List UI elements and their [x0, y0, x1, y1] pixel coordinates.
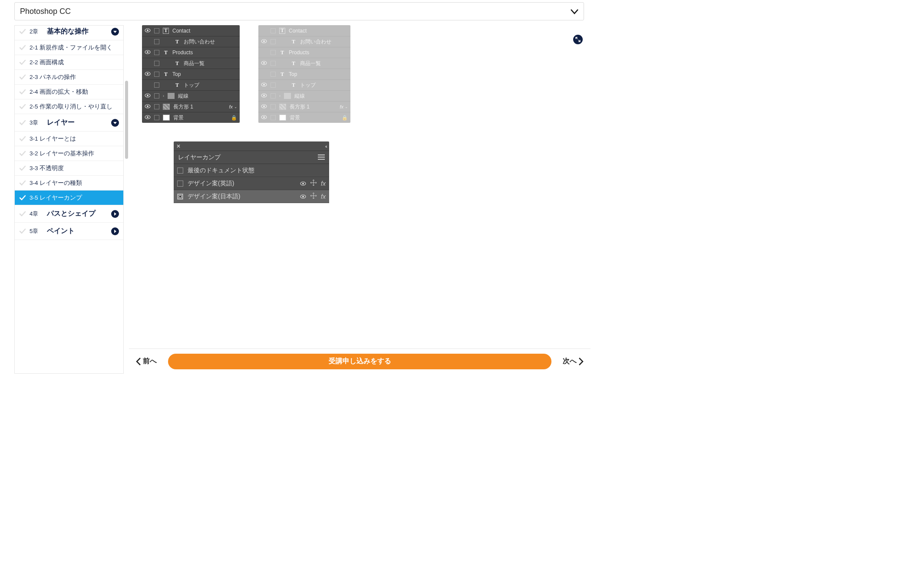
lesson-item[interactable]: 3-1 レイヤーとは [15, 131, 123, 146]
check-icon [19, 180, 26, 187]
layer-row: Tお問い合わせ [258, 36, 350, 47]
chapter-toggle-icon[interactable] [111, 119, 119, 127]
fx-icon: fx [321, 180, 326, 187]
text-layer-icon: T [290, 39, 297, 45]
comp-label: 最後のドキュメント状態 [188, 167, 254, 174]
folder-icon [284, 93, 291, 99]
next-button[interactable]: 次へ [560, 357, 586, 366]
layer-row: Tトップ [142, 79, 240, 90]
chapter-title: レイヤー [47, 118, 75, 127]
layer-row: Tトップ [258, 79, 350, 90]
comp-label: デザイン案(日本語) [188, 193, 240, 200]
prev-button[interactable]: 前へ [133, 357, 159, 366]
visibility-icon [300, 193, 306, 200]
check-icon [19, 28, 26, 35]
photoshop-layers-panel-a: TContactTお問い合わせTProductsT商品一覧TTopTトップ›縦線… [142, 25, 240, 123]
chapter-header[interactable]: 3章レイヤー [15, 114, 123, 131]
layer-name: お問い合わせ [300, 38, 331, 46]
comp-panel-title: レイヤーカンプ [178, 154, 221, 161]
lock-icon: 🔒 [342, 115, 348, 121]
layer-row: TContact [142, 25, 240, 36]
next-label: 次へ [563, 357, 577, 366]
lesson-item[interactable]: 2-4 画面の拡大・移動 [15, 85, 123, 99]
fullscreen-button[interactable] [573, 35, 583, 44]
lesson-item[interactable]: 2-3 パネルの操作 [15, 70, 123, 85]
layer-comp-row: 最後のドキュメント状態 [174, 164, 329, 177]
layer-select-box [154, 39, 159, 44]
lesson-item[interactable]: 2-1 新規作成・ファイルを開く [15, 40, 123, 55]
chapter-toggle-icon[interactable] [111, 227, 119, 235]
chapter-title: 基本的な操作 [47, 27, 89, 36]
visibility-icon [261, 104, 267, 110]
check-icon [19, 150, 26, 157]
visibility-icon [261, 39, 267, 45]
svg-point-13 [263, 40, 265, 42]
layer-name: 商品一覧 [300, 60, 321, 67]
lesson-label: 2-4 画面の拡大・移動 [30, 88, 88, 96]
svg-point-23 [263, 116, 265, 118]
lesson-item[interactable]: 3-4 レイヤーの種類 [15, 176, 123, 191]
move-icon [310, 193, 317, 200]
visibility-icon [145, 71, 151, 77]
chapter-toggle-icon[interactable] [111, 210, 119, 218]
layer-name: Contact [289, 28, 307, 34]
check-icon [19, 228, 26, 235]
comp-icons: fx [300, 180, 326, 187]
visibility-icon [261, 60, 267, 66]
chapter-number: 3章 [30, 119, 38, 127]
chapter-header[interactable]: 5章ペイント [15, 223, 123, 240]
svg-point-5 [147, 73, 148, 75]
layer-row: T商品一覧 [142, 58, 240, 69]
lesson-label: 3-2 レイヤーの基本操作 [30, 150, 94, 158]
chapter-number: 5章 [30, 227, 38, 235]
layer-row: ›縦線 [258, 90, 350, 101]
layer-select-box [271, 115, 276, 120]
layer-row: Tお問い合わせ [142, 36, 240, 47]
photoshop-layers-panel-b: TContactTお問い合わせTProductsT商品一覧TTopTトップ›縦線… [258, 25, 350, 123]
chapter-header[interactable]: 4章パスとシェイプ [15, 205, 123, 223]
lesson-item[interactable]: 3-5 レイヤーカンプ [15, 191, 123, 205]
text-layer-icon: T [279, 71, 285, 77]
scrollbar-thumb[interactable] [125, 81, 128, 159]
layer-select-box [271, 82, 276, 88]
lesson-label: 3-1 レイヤーとは [30, 135, 76, 143]
background-layer-icon [163, 115, 170, 121]
photoshop-layer-comps-panel: ✕ ‹‹ レイヤーカンプ 最後のドキュメント状態デザイン案(英語)fxデザイン案… [174, 141, 329, 203]
svg-point-9 [147, 105, 148, 107]
layer-row: 長方形 1fx⌄ [142, 101, 240, 112]
layer-name: トップ [184, 82, 199, 89]
course-dropdown[interactable]: Photoshop CC [14, 2, 584, 20]
check-icon [19, 210, 26, 217]
layer-select-box [271, 93, 276, 99]
enroll-button[interactable]: 受講申し込みをする [168, 354, 551, 369]
layer-select-box [154, 72, 159, 77]
layer-select-box [271, 72, 276, 77]
lesson-label: 3-3 不透明度 [30, 164, 64, 172]
chapter-toggle-icon[interactable] [111, 28, 119, 36]
sidebar-scrollbar[interactable] [125, 25, 128, 233]
layer-row: ›縦線 [142, 90, 240, 101]
lesson-item[interactable]: 2-2 画面構成 [15, 55, 123, 70]
check-icon [19, 103, 26, 110]
lesson-item[interactable]: 3-2 レイヤーの基本操作 [15, 146, 123, 161]
lesson-item[interactable]: 3-3 不透明度 [15, 161, 123, 176]
lesson-label: 2-5 作業の取り消し・やり直し [30, 103, 112, 111]
svg-point-17 [263, 84, 265, 85]
svg-point-15 [263, 62, 265, 64]
layer-name: 縦線 [178, 92, 188, 100]
course-dropdown-label: Photoshop CC [20, 7, 71, 16]
lesson-list-scroll[interactable]: 1-4 ショートカットを覚えよう2章基本的な操作2-1 新規作成・ファイルを開く… [15, 26, 123, 373]
text-layer-icon: T [290, 60, 297, 66]
comp-label: デザイン案(英語) [188, 180, 234, 187]
layer-name: Top [289, 71, 297, 77]
lesson-label: 3-5 レイヤーカンプ [30, 194, 82, 202]
background-layer-icon [279, 115, 286, 121]
chapter-header[interactable]: 2章基本的な操作 [15, 26, 123, 40]
check-icon [19, 74, 26, 81]
lesson-item[interactable]: 2-5 作業の取り消し・やり直し [15, 99, 123, 114]
check-icon [19, 165, 26, 172]
lesson-label: 2-2 画面構成 [30, 59, 64, 66]
svg-point-11 [147, 116, 148, 118]
layer-comp-row: デザイン案(英語)fx [174, 177, 329, 190]
layer-select-box [271, 50, 276, 55]
